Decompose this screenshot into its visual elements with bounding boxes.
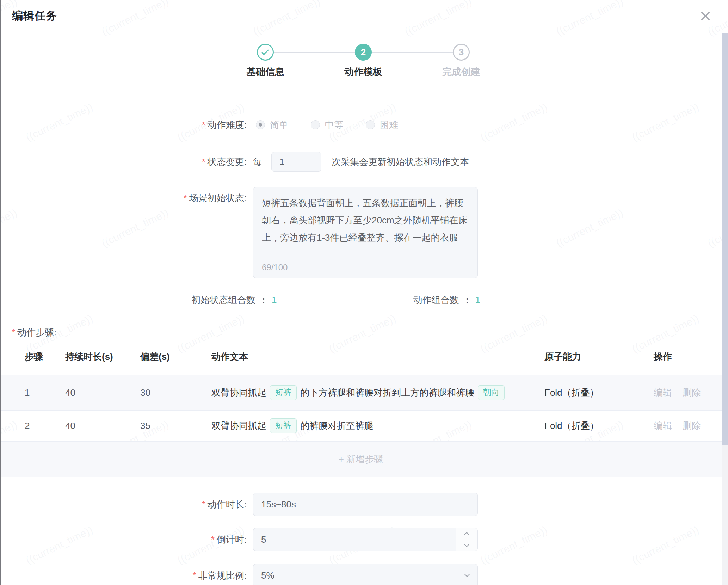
state-change-row: *状态变更: 每 次采集会更新初始状态和动作文本: [0, 152, 722, 172]
step-2-indicator: 2: [355, 44, 372, 61]
scrollbar-thumb[interactable]: [722, 33, 728, 445]
step-2-label: 动作模板: [344, 66, 382, 78]
duration-row: *动作时长:: [0, 493, 722, 516]
select-value: 5%: [261, 570, 274, 581]
action-steps-table: 步骤 持续时长(s) 偏差(s) 动作文本 原子能力 操作 1 40 30 双臂…: [0, 339, 722, 477]
required-asterisk: *: [202, 499, 205, 510]
stepper-connector: [274, 52, 355, 53]
dialog-title: 编辑任务: [12, 8, 57, 23]
chevron-down-icon: [464, 542, 470, 547]
state-change-suffix: 次采集会更新初始状态和动作文本: [332, 156, 469, 168]
radio-option-medium[interactable]: 中等: [311, 119, 343, 131]
stepper-connector: [372, 52, 453, 53]
header-ability: 原子能力: [544, 351, 654, 363]
chevron-down-icon: [464, 572, 470, 577]
step-cell: 2: [25, 420, 65, 431]
delete-link[interactable]: 删除: [683, 387, 701, 399]
countdown-input[interactable]: [253, 528, 478, 551]
header-action-text: 动作文本: [211, 351, 544, 363]
required-asterisk: *: [184, 193, 187, 203]
scrollbar-track[interactable]: [722, 33, 728, 585]
radio-option-hard[interactable]: 困难: [366, 119, 398, 131]
page-left-edge: [0, 0, 1, 585]
required-asterisk: *: [211, 534, 215, 545]
step-3-label: 完成创建: [442, 66, 480, 78]
duration-cell: 40: [65, 420, 140, 431]
step-2-number: 2: [361, 47, 366, 58]
countdown-label: *倒计时:: [0, 534, 247, 546]
deviation-cell: 30: [140, 387, 211, 398]
required-asterisk: *: [193, 570, 196, 581]
dialog-header: 编辑任务: [0, 0, 728, 32]
required-asterisk: *: [202, 156, 205, 167]
unusual-ratio-label: *非常规比例:: [0, 569, 247, 582]
table-row: 1 40 30 双臂协同抓起短裤的下方裤腿和裤腰对折到上方的裤腿和裤腰朝向 Fo…: [0, 375, 722, 411]
initial-state-row: *场景初始状态: 短裤五条数据背面朝上，五条数据正面朝上，裤腰朝右，离头部视野下…: [0, 187, 722, 279]
action-combo-count: 动作组合数 ： 1: [413, 294, 480, 306]
unusual-ratio-select[interactable]: 5%: [253, 564, 478, 585]
unusual-ratio-row: *非常规比例: 5%: [0, 564, 722, 585]
actions-cell: 编辑删除: [654, 387, 722, 399]
close-icon[interactable]: [700, 11, 711, 22]
action-tag: 短裤: [270, 418, 297, 433]
difficulty-label: *动作难度:: [0, 119, 247, 131]
char-counter: 69/100: [262, 263, 288, 272]
action-steps-label: *动作步骤:: [12, 326, 722, 339]
edit-task-dialog: ((current_time))((current_time))((curren…: [0, 0, 728, 585]
action-combo-value: 1: [475, 295, 480, 306]
edit-link[interactable]: 编辑: [654, 420, 672, 432]
combos-row: 初始状态组合数 ： 1 动作组合数 ： 1: [191, 294, 480, 306]
state-change-input[interactable]: [271, 152, 321, 172]
deviation-cell: 35: [140, 420, 211, 431]
step-1-label: 基础信息: [246, 66, 284, 78]
difficulty-radio-group: 简单 中等 困难: [256, 119, 421, 131]
ability-cell: Fold（折叠）: [544, 387, 654, 399]
initial-state-label: *场景初始状态:: [0, 187, 247, 204]
radio-icon: [256, 120, 265, 129]
action-tag: 朝向: [478, 385, 505, 400]
required-asterisk: *: [12, 327, 15, 338]
action-text: 的裤腰对折至裤腿: [300, 420, 374, 432]
edit-link[interactable]: 编辑: [654, 387, 672, 399]
delete-link[interactable]: 删除: [683, 420, 701, 432]
duration-input[interactable]: [253, 493, 478, 516]
header-operations: 操作: [654, 351, 722, 363]
decrement-button[interactable]: [456, 540, 477, 551]
action-tag: 短裤: [270, 385, 297, 400]
state-change-prefix: 每: [253, 156, 262, 168]
countdown-row: *倒计时:: [0, 528, 722, 551]
duration-cell: 40: [65, 387, 140, 398]
initial-combo-value: 1: [272, 295, 277, 306]
step-1-indicator: [257, 44, 274, 61]
steps-table-body: 1 40 30 双臂协同抓起短裤的下方裤腿和裤腰对折到上方的裤腿和裤腰朝向 Fo…: [0, 375, 722, 442]
difficulty-row: *动作难度: 简单 中等 困难: [0, 118, 722, 132]
add-step-button[interactable]: + 新增步骤: [0, 442, 722, 477]
check-icon: [261, 48, 269, 55]
number-stepper: [456, 528, 477, 551]
ability-cell: Fold（折叠）: [544, 420, 654, 432]
initial-state-combo-count: 初始状态组合数 ： 1: [191, 294, 277, 306]
header-step: 步骤: [25, 351, 65, 363]
state-change-label: *状态变更:: [0, 156, 247, 168]
required-asterisk: *: [202, 119, 205, 130]
chevron-up-icon: [464, 532, 470, 538]
radio-icon: [366, 120, 375, 129]
header-deviation: 偏差(s): [140, 351, 211, 363]
step-3-number: 3: [459, 47, 464, 58]
table-header-row: 步骤 持续时长(s) 偏差(s) 动作文本 原子能力 操作: [0, 339, 722, 375]
header-duration: 持续时长(s): [65, 351, 140, 363]
stepper: 2 3 基础信息 动作模板 完成创建: [257, 44, 470, 79]
action-text: 的下方裤腿和裤腰对折到上方的裤腿和裤腰: [300, 387, 474, 399]
radio-option-simple[interactable]: 简单: [256, 119, 288, 131]
radio-icon: [311, 120, 320, 129]
table-row: 2 40 35 双臂协同抓起短裤的裤腰对折至裤腿 Fold（折叠） 编辑删除: [0, 411, 722, 442]
action-text: 双臂协同抓起: [211, 420, 266, 432]
duration-label: *动作时长:: [0, 498, 247, 511]
increment-button[interactable]: [456, 528, 477, 540]
step-cell: 1: [25, 387, 65, 398]
actions-cell: 编辑删除: [654, 420, 722, 432]
step-3-indicator: 3: [453, 44, 470, 61]
action-text: 双臂协同抓起: [211, 387, 266, 399]
action-text-cell: 双臂协同抓起短裤的下方裤腿和裤腰对折到上方的裤腿和裤腰朝向: [211, 385, 544, 400]
action-text-cell: 双臂协同抓起短裤的裤腰对折至裤腿: [211, 418, 544, 433]
